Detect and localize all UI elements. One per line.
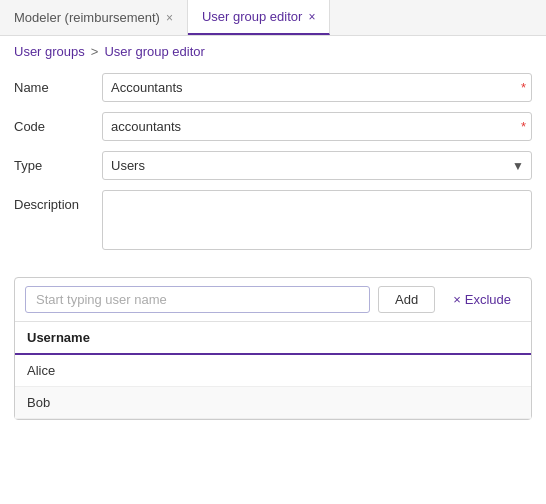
breadcrumb: User groups > User group editor <box>0 36 546 67</box>
tab-user-group-editor[interactable]: User group editor × <box>188 0 330 35</box>
breadcrumb-current: User group editor <box>104 44 204 59</box>
name-required-star: * <box>521 80 526 95</box>
users-table: Username AliceBob <box>15 322 531 419</box>
tab-modeler[interactable]: Modeler (reimbursement) × <box>0 0 188 35</box>
form-area: Name * Code * Type Users Roles Mixed ▼ D… <box>0 67 546 273</box>
description-label: Description <box>14 190 102 212</box>
form-row-code: Code * <box>14 112 532 141</box>
form-row-description: Description <box>14 190 532 253</box>
tab-modeler-label: Modeler (reimbursement) <box>14 10 160 25</box>
users-toolbar: Add × Exclude <box>15 278 531 322</box>
type-select[interactable]: Users Roles Mixed <box>102 151 532 180</box>
code-label: Code <box>14 112 102 134</box>
users-section: Add × Exclude Username AliceBob <box>14 277 532 420</box>
exclude-button-label: Exclude <box>465 292 511 307</box>
code-input[interactable] <box>102 112 532 141</box>
name-label: Name <box>14 73 102 95</box>
type-label: Type <box>14 151 102 173</box>
tab-modeler-close[interactable]: × <box>166 12 173 24</box>
breadcrumb-separator: > <box>91 44 99 59</box>
table-row[interactable]: Bob <box>15 387 531 419</box>
name-input[interactable] <box>102 73 532 102</box>
type-select-wrap: Users Roles Mixed ▼ <box>102 151 532 180</box>
username-cell: Alice <box>15 354 531 387</box>
description-field-wrap <box>102 190 532 253</box>
tab-user-group-editor-close[interactable]: × <box>308 11 315 23</box>
username-cell: Bob <box>15 387 531 419</box>
code-required-star: * <box>521 119 526 134</box>
exclude-button[interactable]: × Exclude <box>443 287 521 312</box>
exclude-x-icon: × <box>453 292 461 307</box>
username-column-header: Username <box>15 322 531 354</box>
tab-user-group-editor-label: User group editor <box>202 9 302 24</box>
user-search-input[interactable] <box>25 286 370 313</box>
description-textarea[interactable] <box>102 190 532 250</box>
form-row-type: Type Users Roles Mixed ▼ <box>14 151 532 180</box>
table-row[interactable]: Alice <box>15 354 531 387</box>
form-row-name: Name * <box>14 73 532 102</box>
breadcrumb-parent[interactable]: User groups <box>14 44 85 59</box>
code-field-wrap: * <box>102 112 532 141</box>
tab-bar: Modeler (reimbursement) × User group edi… <box>0 0 546 36</box>
add-button[interactable]: Add <box>378 286 435 313</box>
name-field-wrap: * <box>102 73 532 102</box>
